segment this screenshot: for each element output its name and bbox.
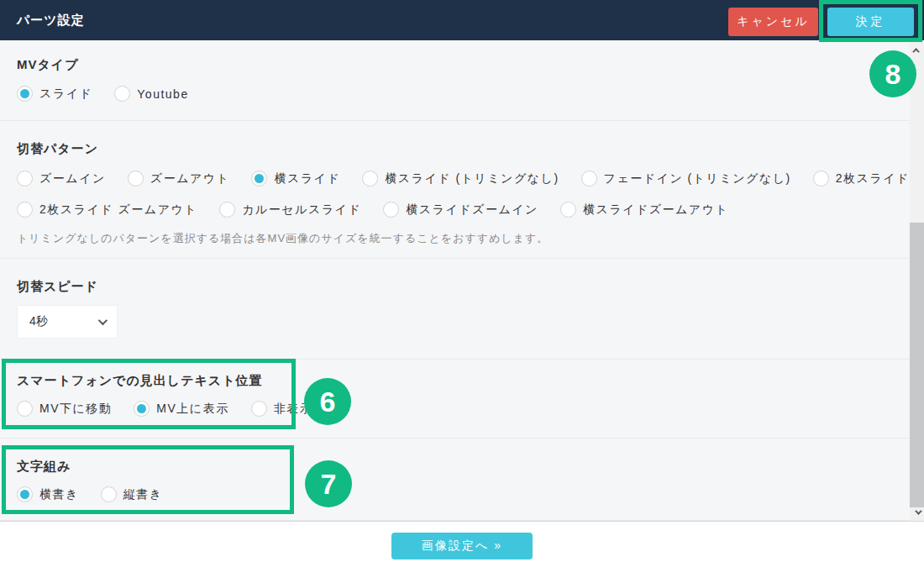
radio-label: MV上に表示	[156, 402, 228, 417]
chevron-down-icon	[915, 507, 921, 514]
radio-icon[interactable]	[17, 171, 33, 186]
radio-label: 横スライド	[274, 171, 340, 186]
radio-label: Youtube	[137, 87, 188, 101]
go-to-image-settings-button[interactable]: 画像設定へ »	[391, 533, 533, 559]
scroll-up-button[interactable]	[910, 43, 924, 57]
switch-speed-heading: 切替スピード	[17, 279, 910, 295]
speed-select-value: 4秒	[29, 314, 48, 329]
radio-icon[interactable]	[251, 171, 267, 186]
radio-pattern-fade-in-notrim[interactable]: フェードイン (トリミングなし)	[581, 171, 791, 186]
radio-icon[interactable]	[17, 401, 33, 417]
settings-panel: MVタイプ スライド Youtube 切替パターン ズームイン ズームアウト	[0, 40, 910, 521]
pattern-note: トリミングなしのパターンを選択する場合は各MV画像のサイズを統一することをおすす…	[17, 231, 910, 246]
switch-pattern-options-row2: 2枚スライド ズームアウト カルーセルスライド 横スライドズームイン 横スライド…	[17, 202, 910, 218]
radio-icon[interactable]	[17, 86, 33, 102]
chevron-down-icon	[98, 316, 108, 325]
mv-type-options: スライド Youtube	[17, 86, 910, 102]
switch-pattern-options-row1: ズームイン ズームアウト 横スライド 横スライド (トリミングなし) フェードイ…	[17, 171, 910, 186]
annotation-badge-6: 6	[304, 378, 351, 425]
sp-text-position-heading: スマートフォンでの見出しテキスト位置	[17, 373, 910, 389]
radio-icon[interactable]	[17, 486, 33, 502]
radio-icon[interactable]	[813, 171, 829, 186]
radio-text-vertical[interactable]: 縦書き	[101, 486, 163, 502]
radio-label: MV下に移動	[39, 402, 112, 417]
radio-label: 縦書き	[123, 487, 163, 502]
radio-icon[interactable]	[101, 486, 117, 502]
annotation-badge-7: 7	[305, 460, 352, 507]
radio-icon[interactable]	[581, 171, 597, 186]
radio-label: ズームイン	[39, 171, 106, 186]
radio-mv-type-youtube[interactable]: Youtube	[114, 86, 188, 102]
radio-pattern-2slide-zoom-out[interactable]: 2枚スライド ズームアウト	[17, 202, 197, 218]
radio-pattern-zoom-out[interactable]: ズームアウト	[128, 171, 230, 186]
radio-label: 横書き	[39, 487, 79, 502]
radio-icon[interactable]	[114, 86, 130, 102]
radio-mv-type-slide[interactable]: スライド	[17, 86, 92, 102]
radio-icon[interactable]	[383, 202, 399, 218]
chevron-up-icon	[912, 48, 919, 55]
radio-pattern-h-slide[interactable]: 横スライド	[251, 171, 340, 186]
radio-text-horizontal[interactable]: 横書き	[17, 486, 79, 502]
radio-label: スライド	[39, 87, 92, 102]
radio-pattern-h-slide-zoom-out[interactable]: 横スライドズームアウト	[560, 202, 728, 218]
speed-select[interactable]: 4秒	[17, 305, 118, 339]
section-mv-type: MVタイプ スライド Youtube	[0, 40, 910, 121]
radio-label: 2枚スライド ズームアウト	[39, 202, 197, 218]
radio-icon[interactable]	[134, 401, 150, 417]
radio-icon[interactable]	[128, 171, 144, 186]
radio-label: 横スライドズームイン	[406, 202, 538, 218]
radio-label: フェードイン (トリミングなし)	[604, 171, 791, 186]
radio-label: カルーセルスライド	[242, 202, 361, 218]
radio-pattern-2slide-zoom-in[interactable]: 2枚スライド ズームイン	[813, 171, 924, 186]
section-sp-text-position: スマートフォンでの見出しテキスト位置 MV下に移動 MV上に表示 非表示	[0, 360, 910, 439]
radio-icon[interactable]	[251, 401, 267, 417]
footer-bar: 画像設定へ »	[0, 521, 924, 562]
radio-label: 横スライドズームアウト	[583, 202, 728, 218]
radio-icon[interactable]	[560, 202, 576, 218]
annotation-badge-8: 8	[869, 50, 916, 97]
radio-pattern-zoom-in[interactable]: ズームイン	[17, 171, 106, 186]
switch-pattern-heading: 切替パターン	[17, 141, 910, 157]
radio-pattern-h-slide-zoom-in[interactable]: 横スライドズームイン	[383, 202, 538, 218]
mv-type-heading: MVタイプ	[17, 57, 910, 73]
radio-sp-pos-on-mv[interactable]: MV上に表示	[134, 401, 228, 417]
radio-icon[interactable]	[362, 171, 378, 186]
radio-pattern-carousel[interactable]: カルーセルスライド	[219, 202, 361, 218]
text-direction-options: 横書き 縦書き	[17, 486, 910, 502]
dialog-header: パーツ設定 キャンセル 決定	[0, 0, 924, 40]
section-switch-pattern: 切替パターン ズームイン ズームアウト 横スライド 横スライド (トリミングなし…	[0, 121, 910, 259]
text-direction-heading: 文字組み	[17, 459, 910, 475]
section-text-direction: 文字組み 横書き 縦書き	[0, 439, 910, 521]
dialog-title: パーツ設定	[17, 13, 85, 29]
cancel-button[interactable]: キャンセル	[728, 8, 818, 36]
radio-label: 横スライド (トリミングなし)	[385, 171, 559, 186]
scrollbar[interactable]	[910, 40, 924, 521]
radio-label: ズームアウト	[150, 171, 230, 186]
radio-icon[interactable]	[17, 202, 33, 218]
scroll-down-button[interactable]	[910, 505, 924, 519]
sp-text-position-options: MV下に移動 MV上に表示 非表示	[17, 401, 910, 417]
confirm-button[interactable]: 決定	[827, 8, 914, 36]
radio-icon[interactable]	[219, 202, 235, 218]
section-switch-speed: 切替スピード 4秒	[0, 259, 910, 360]
scrollbar-thumb[interactable]	[910, 223, 924, 507]
radio-sp-pos-below-mv[interactable]: MV下に移動	[17, 401, 112, 417]
radio-pattern-h-slide-notrim[interactable]: 横スライド (トリミングなし)	[362, 171, 559, 186]
